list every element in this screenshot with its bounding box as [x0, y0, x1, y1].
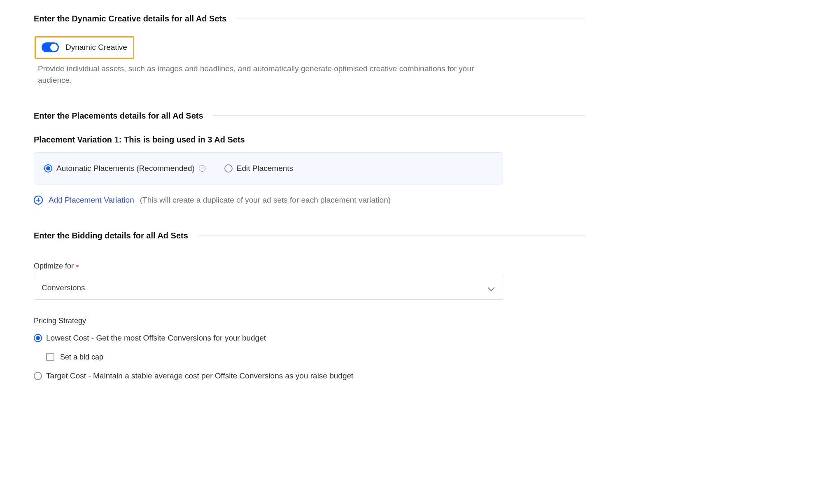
dynamic-creative-toggle-row[interactable]: Dynamic Creative	[35, 36, 134, 59]
plus-circle-icon[interactable]	[34, 196, 43, 205]
dynamic-creative-toggle-label: Dynamic Creative	[65, 42, 127, 54]
optimize-for-select[interactable]: Conversions	[34, 276, 503, 300]
radio-lowest-cost[interactable]: Lowest Cost - Get the most Offsite Conve…	[34, 332, 585, 344]
radio-target-cost[interactable]: Target Cost - Maintain a stable average …	[34, 370, 585, 382]
required-dot-icon	[76, 265, 79, 267]
section-placements-heading: Enter the Placements details for all Ad …	[34, 110, 585, 122]
section-bidding-heading: Enter the Bidding details for all Ad Set…	[34, 229, 585, 242]
radio-lowest-cost-label: Lowest Cost - Get the most Offsite Conve…	[46, 332, 266, 344]
optimize-for-value: Conversions	[42, 282, 85, 294]
radio-indicator-selected[interactable]	[44, 164, 52, 173]
placement-variation-heading: Placement Variation 1: This is being use…	[34, 133, 585, 146]
checkbox-bid-cap-row[interactable]: Set a bid cap	[46, 352, 585, 363]
section-dynamic-creative-heading: Enter the Dynamic Creative details for a…	[34, 12, 585, 25]
bidding-heading: Enter the Bidding details for all Ad Set…	[34, 229, 188, 242]
divider	[198, 235, 585, 236]
dynamic-creative-heading: Enter the Dynamic Creative details for a…	[34, 12, 226, 25]
radio-edit-label: Edit Placements	[237, 163, 293, 175]
radio-indicator-selected[interactable]	[34, 334, 42, 342]
dynamic-creative-description: Provide individual assets, such as image…	[38, 63, 491, 86]
radio-target-cost-label: Target Cost - Maintain a stable average …	[46, 370, 353, 382]
radio-edit-placements[interactable]: Edit Placements	[224, 163, 293, 175]
divider	[213, 115, 585, 116]
placements-heading: Enter the Placements details for all Ad …	[34, 110, 203, 122]
info-icon[interactable]	[199, 165, 205, 172]
add-placement-variation-row: Add Placement Variation (This will creat…	[34, 194, 585, 206]
add-placement-variation-hint: (This will create a duplicate of your ad…	[140, 194, 391, 206]
pricing-strategy-label: Pricing Strategy	[34, 315, 585, 327]
optimize-for-label: Optimize for	[34, 261, 585, 272]
radio-indicator[interactable]	[34, 372, 42, 380]
add-placement-variation-link[interactable]: Add Placement Variation	[49, 194, 134, 206]
checkbox-bid-cap-label: Set a bid cap	[60, 352, 103, 363]
optimize-for-label-text: Optimize for	[34, 261, 74, 272]
divider	[236, 19, 585, 19]
checkbox-bid-cap[interactable]	[46, 353, 54, 361]
radio-automatic-label: Automatic Placements (Recommended)	[56, 163, 195, 175]
chevron-down-icon	[488, 284, 495, 291]
placement-options-panel: Automatic Placements (Recommended) Edit …	[34, 152, 503, 185]
radio-indicator[interactable]	[224, 164, 233, 173]
radio-automatic-placements[interactable]: Automatic Placements (Recommended)	[44, 163, 205, 175]
dynamic-creative-toggle[interactable]	[42, 42, 59, 52]
